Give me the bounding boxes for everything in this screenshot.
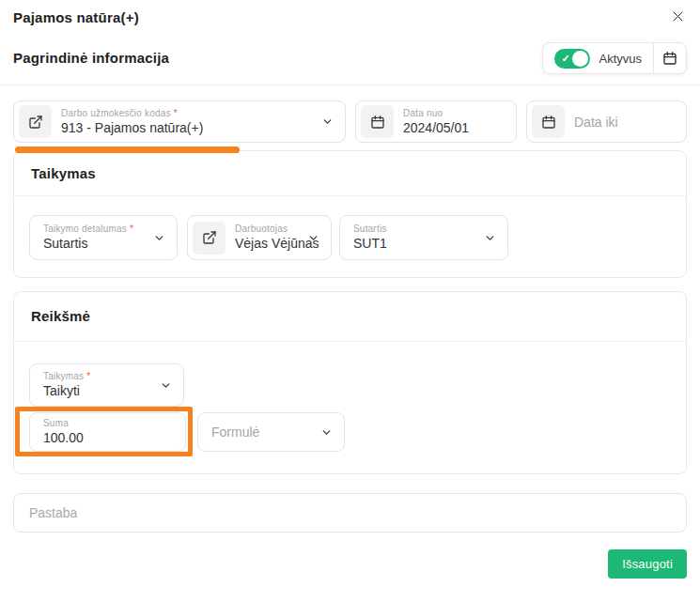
- chevron-down-icon: [153, 232, 165, 244]
- field-label: Data nuo: [403, 107, 469, 119]
- taikymas-section: Taikymas Taikymo detalumas * Sutartis Da…: [13, 150, 687, 278]
- field-label: Suma: [43, 417, 84, 429]
- calendar-icon: [361, 105, 394, 138]
- field-placeholder: Formulė: [211, 424, 259, 440]
- field-label: Darbuotojas: [235, 223, 298, 235]
- note-input[interactable]: [29, 505, 671, 520]
- history-calendar-button[interactable]: [654, 43, 686, 73]
- page-title: Pagrindinė informacija: [13, 50, 169, 66]
- divider: [14, 341, 686, 342]
- reiksme-section: Reikšmė Taikymas * Taikyti Suma 100.00 F…: [13, 291, 687, 474]
- field-value: Sutartis: [43, 235, 133, 252]
- contract-select[interactable]: Sutartis SUT1: [339, 215, 508, 260]
- close-icon[interactable]: [668, 7, 687, 25]
- section-title-taikymas: Taikymas: [31, 165, 96, 181]
- field-value: 913 - Pajamos natūra(+): [61, 119, 203, 136]
- modal-title: Pajamos natūra(+): [13, 9, 139, 25]
- section-title-reiksme: Reikšmė: [31, 308, 90, 324]
- field-label: Sutartis: [353, 223, 387, 235]
- calendar-icon: [662, 51, 677, 66]
- calendar-icon: [532, 105, 565, 138]
- toggle-pill: ✓: [554, 49, 590, 69]
- chevron-down-icon: [484, 232, 496, 244]
- modal-pajamos-natura: Pajamos natūra(+) Pagrindinė informacija…: [0, 0, 700, 602]
- field-label: Taikymas *: [43, 370, 90, 382]
- field-placeholder: Data iki: [574, 115, 618, 130]
- chevron-down-icon: [321, 116, 334, 128]
- active-toggle[interactable]: ✓ Aktyvus: [543, 43, 653, 73]
- employee-select[interactable]: Darbuotojas Vėjas Vėjūnas: [187, 215, 332, 260]
- toggle-label: Aktyvus: [599, 52, 642, 66]
- chevron-down-icon: [160, 379, 172, 392]
- divider: [14, 195, 686, 196]
- formula-select[interactable]: Formulė: [197, 412, 345, 452]
- detail-level-select[interactable]: Taikymo detalumas * Sutartis: [29, 215, 178, 260]
- chevron-down-icon: [320, 426, 333, 439]
- active-toggle-group: ✓ Aktyvus: [542, 42, 687, 74]
- field-value: SUT1: [353, 235, 387, 252]
- date-from-field[interactable]: Data nuo 2024/05/01: [355, 100, 517, 143]
- save-button[interactable]: Išsaugoti: [608, 549, 687, 579]
- wage-code-select[interactable]: Darbo užmokesčio kodas * 913 - Pajamos n…: [13, 100, 346, 143]
- toggle-knob: [572, 51, 588, 67]
- field-value: Vėjas Vėjūnas: [235, 235, 298, 252]
- field-value: Taikyti: [43, 382, 90, 399]
- field-label: Taikymo detalumas *: [43, 223, 133, 235]
- field-value: 2024/05/01: [403, 119, 469, 136]
- annotation-underline: [15, 147, 240, 153]
- date-to-field[interactable]: Data iki: [526, 100, 687, 143]
- check-icon: ✓: [561, 52, 569, 66]
- header-divider: [0, 85, 700, 85]
- field-value: 100.00: [43, 429, 84, 446]
- field-label: Darbo užmokesčio kodas *: [61, 107, 203, 119]
- note-field: [13, 493, 687, 533]
- external-link-icon: [19, 105, 52, 138]
- amount-field[interactable]: Suma 100.00: [29, 412, 186, 452]
- external-link-icon: [193, 222, 226, 255]
- apply-select[interactable]: Taikymas * Taikyti: [29, 363, 184, 407]
- chevron-down-icon: [307, 232, 319, 244]
